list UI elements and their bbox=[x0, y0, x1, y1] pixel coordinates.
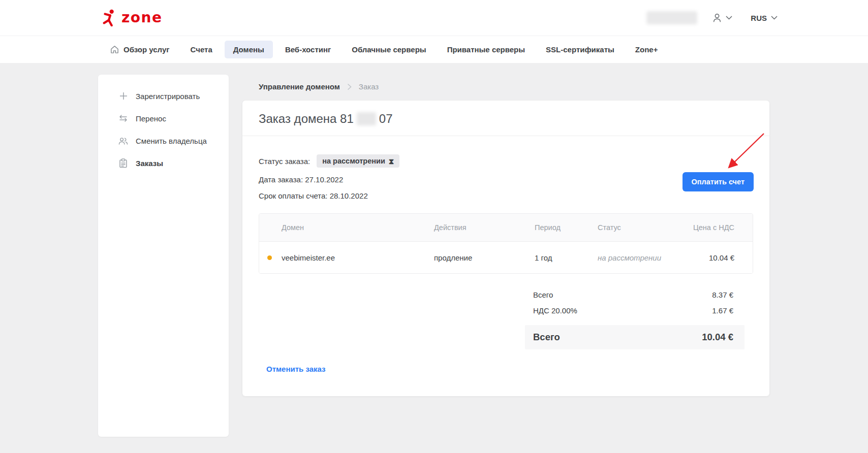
nav-label: SSL-сертификаты bbox=[546, 45, 614, 54]
status-label: Статус заказа: bbox=[259, 157, 310, 166]
zone-logo[interactable]: zone bbox=[102, 9, 162, 26]
vat-row: НДС 20.00% 1.67 € bbox=[525, 303, 745, 318]
column-header-domain: Домен bbox=[282, 223, 434, 232]
order-title-prefix: Заказ домена 81 bbox=[259, 112, 354, 126]
status-badge-text: на рассмотрении bbox=[322, 157, 385, 165]
main-column: Управление доменом Заказ Заказ домена 81… bbox=[242, 63, 769, 396]
cell-action: продление bbox=[434, 253, 535, 262]
column-header-status: Статус bbox=[598, 223, 683, 232]
order-items-table: Домен Действия Период Статус Цена с НДС … bbox=[259, 213, 753, 274]
cell-status: на рассмотрении bbox=[598, 253, 683, 262]
sidebar-item-transfer[interactable]: Перенос bbox=[98, 107, 229, 130]
totals-section: Всего 8.37 € НДС 20.00% 1.67 € Всего 10.… bbox=[525, 287, 745, 349]
transfer-icon bbox=[118, 114, 128, 123]
subtotal-row: Всего 8.37 € bbox=[525, 287, 745, 303]
nav-item-cloud-servers[interactable]: Облачные серверы bbox=[343, 41, 435, 58]
grand-total-row: Всего 10.04 € bbox=[525, 325, 745, 349]
top-header: zone RUS bbox=[0, 0, 868, 36]
hourglass-icon: ⧗ bbox=[389, 157, 394, 165]
domain-sidebar: Зарегистрировать Перенос Сменить владе bbox=[98, 75, 229, 437]
order-title-suffix: 07 bbox=[379, 112, 393, 126]
chevron-right-icon bbox=[347, 83, 352, 90]
language-selector[interactable]: RUS bbox=[751, 14, 778, 22]
sidebar-item-label: Перенос bbox=[136, 114, 166, 123]
table-header-row: Домен Действия Период Статус Цена с НДС bbox=[259, 214, 753, 242]
sidebar-item-change-owner[interactable]: Сменить владельца bbox=[98, 130, 229, 152]
nav-item-zone-plus[interactable]: Zone+ bbox=[627, 41, 667, 58]
pay-invoice-button[interactable]: Оплатить счет bbox=[683, 172, 754, 191]
order-date: Дата заказа: 27.10.2022 bbox=[259, 175, 753, 184]
runner-icon bbox=[102, 9, 117, 26]
nav-item-ssl-certificates[interactable]: SSL-сертификаты bbox=[537, 41, 623, 58]
nav-item-domains[interactable]: Домены bbox=[225, 41, 273, 58]
user-icon bbox=[711, 12, 723, 23]
subtotal-value: 8.37 € bbox=[712, 290, 733, 299]
status-badge: на рассмотрении ⧗ bbox=[317, 154, 399, 168]
content-area: Зарегистрировать Перенос Сменить владе bbox=[0, 63, 868, 453]
payment-due-date: Срок оплаты счета: 28.10.2022 bbox=[259, 191, 753, 200]
cancel-order-link[interactable]: Отменить заказ bbox=[266, 365, 326, 373]
nav-label: Zone+ bbox=[635, 45, 658, 54]
language-code: RUS bbox=[751, 14, 767, 22]
logo-wordmark: zone bbox=[121, 11, 162, 25]
vat-label: НДС 20.00% bbox=[533, 306, 577, 315]
sidebar-item-label: Заказы bbox=[136, 159, 163, 168]
home-icon bbox=[110, 45, 119, 54]
grand-total-value: 10.04 € bbox=[702, 332, 733, 343]
redacted-account-name bbox=[646, 11, 697, 24]
cell-domain: veebimeister.ee bbox=[282, 253, 434, 262]
redacted-order-digits bbox=[357, 112, 376, 125]
main-navigation: Обзор услуг Счета Домены Веб-хостинг Обл… bbox=[0, 36, 868, 63]
plus-icon bbox=[118, 91, 128, 101]
status-dot-icon bbox=[267, 255, 272, 260]
nav-label: Домены bbox=[233, 45, 264, 54]
nav-label: Приватные серверы bbox=[447, 45, 525, 54]
order-card: Заказ домена 81 07 Статус заказа: на рас… bbox=[242, 101, 769, 396]
chevron-down-icon bbox=[771, 16, 778, 20]
clipboard-icon bbox=[118, 158, 128, 168]
nav-label: Облачные серверы bbox=[352, 45, 426, 54]
account-menu[interactable] bbox=[711, 12, 732, 23]
cell-price: 10.04 € bbox=[709, 253, 734, 262]
nav-item-services-overview[interactable]: Обзор услуг bbox=[102, 41, 178, 58]
nav-item-private-servers[interactable]: Приватные серверы bbox=[439, 41, 534, 58]
nav-label: Счета bbox=[191, 45, 212, 54]
column-header-price: Цена с НДС bbox=[693, 223, 734, 232]
grand-total-label: Всего bbox=[533, 332, 560, 343]
cell-period: 1 год bbox=[535, 253, 598, 262]
chevron-down-icon bbox=[726, 16, 732, 20]
sidebar-item-label: Сменить владельца bbox=[136, 137, 207, 145]
sidebar-item-register[interactable]: Зарегистрировать bbox=[98, 85, 229, 107]
nav-item-web-hosting[interactable]: Веб-хостинг bbox=[276, 41, 339, 58]
users-icon bbox=[118, 136, 128, 146]
sidebar-item-orders[interactable]: Заказы bbox=[98, 152, 229, 174]
column-header-actions: Действия bbox=[434, 223, 535, 232]
breadcrumb-domain-management[interactable]: Управление доменом bbox=[259, 82, 340, 91]
table-row: veebimeister.ee продление 1 год на рассм… bbox=[259, 242, 753, 273]
vat-value: 1.67 € bbox=[712, 306, 733, 315]
breadcrumb: Управление доменом Заказ bbox=[242, 63, 769, 91]
page-title: Заказ домена 81 07 bbox=[242, 101, 769, 136]
nav-label: Обзор услуг bbox=[123, 45, 170, 54]
nav-label: Веб-хостинг bbox=[285, 45, 331, 54]
column-header-period: Период bbox=[535, 223, 598, 232]
subtotal-label: Всего bbox=[533, 290, 553, 299]
sidebar-item-label: Зарегистрировать bbox=[136, 92, 200, 101]
nav-item-invoices[interactable]: Счета bbox=[182, 41, 221, 58]
breadcrumb-current: Заказ bbox=[359, 82, 379, 91]
